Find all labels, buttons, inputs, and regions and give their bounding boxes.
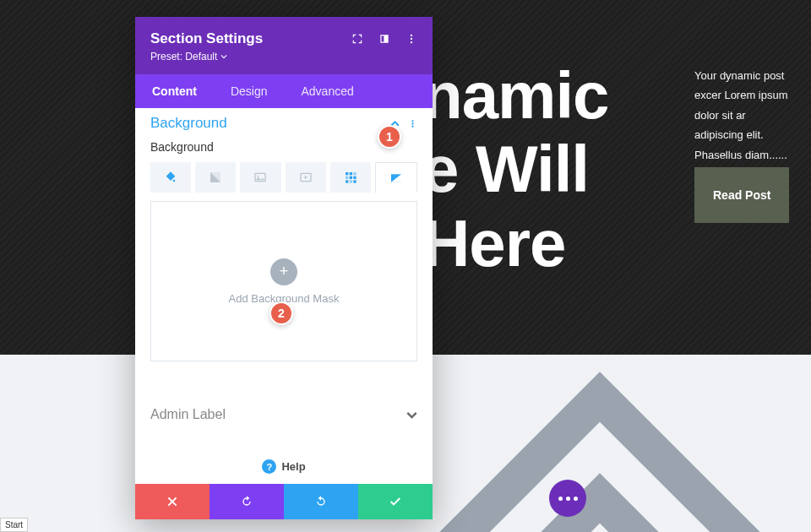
callout-badge-2: 2 <box>269 301 293 325</box>
svg-point-4 <box>411 122 413 124</box>
chevron-down-icon <box>406 410 417 421</box>
bg-tab-color[interactable] <box>150 162 191 193</box>
add-mask-button[interactable]: + <box>270 258 297 285</box>
svg-point-0 <box>411 35 412 36</box>
image-icon <box>253 171 267 184</box>
decorative-stripes <box>422 355 811 532</box>
tab-advanced[interactable]: Advanced <box>284 74 370 108</box>
redo-icon <box>314 495 328 508</box>
bg-tab-mask[interactable] <box>375 162 417 193</box>
mask-icon <box>389 171 403 185</box>
preset-label: Preset: Default <box>150 51 217 62</box>
section-settings-modal: Section Settings Preset: Default Content… <box>135 17 433 519</box>
hero-title: namic e Will Here <box>422 59 608 280</box>
svg-point-5 <box>411 125 413 127</box>
paint-bucket-icon <box>164 171 177 184</box>
section-title: Background <box>150 115 227 132</box>
background-mask-area[interactable]: + Add Background Mask <box>150 201 417 361</box>
modal-header: Section Settings Preset: Default <box>135 17 433 74</box>
undo-icon <box>240 495 253 508</box>
svg-rect-10 <box>349 172 351 175</box>
start-tag: Start <box>0 518 28 532</box>
modal-footer <box>135 484 433 519</box>
redo-button[interactable] <box>284 484 358 519</box>
svg-rect-9 <box>346 172 348 175</box>
svg-rect-14 <box>353 176 356 179</box>
svg-point-2 <box>411 41 412 43</box>
hero-excerpt: Your dynamic post excer Lorem ipsum dolo… <box>694 66 794 165</box>
help-icon: ? <box>262 459 276 474</box>
background-type-tabs <box>135 162 433 201</box>
expand-icon[interactable] <box>351 33 363 45</box>
more-vert-icon[interactable] <box>408 119 417 128</box>
snap-icon[interactable] <box>378 33 390 45</box>
hero-title-line: e Will <box>422 133 608 206</box>
more-icon[interactable] <box>406 33 417 45</box>
undo-button[interactable] <box>210 484 284 519</box>
preset-dropdown[interactable]: Preset: Default <box>150 51 417 62</box>
svg-point-7 <box>258 176 259 177</box>
help-label: Help <box>281 460 305 473</box>
svg-rect-15 <box>346 180 348 182</box>
close-icon <box>166 495 179 508</box>
tab-content[interactable]: Content <box>135 74 214 111</box>
pattern-icon <box>344 171 357 184</box>
hero-title-line: Here <box>422 207 608 280</box>
modal-title: Section Settings <box>150 30 263 47</box>
admin-label-title: Admin Label <box>150 407 226 422</box>
svg-rect-13 <box>349 176 351 179</box>
dots-icon <box>558 497 578 501</box>
admin-label-section[interactable]: Admin Label <box>135 382 433 437</box>
gradient-icon <box>209 171 222 184</box>
svg-rect-17 <box>353 180 356 182</box>
floating-action-button[interactable] <box>549 480 586 517</box>
save-button[interactable] <box>358 484 433 519</box>
svg-point-1 <box>411 38 412 40</box>
cancel-button[interactable] <box>135 484 210 519</box>
video-icon <box>299 171 313 184</box>
read-post-button[interactable]: Read Post <box>694 167 789 223</box>
svg-rect-16 <box>349 180 351 182</box>
bg-tab-video[interactable] <box>286 162 326 193</box>
check-icon <box>389 495 402 508</box>
svg-rect-11 <box>353 172 356 175</box>
tab-design[interactable]: Design <box>214 74 285 108</box>
modal-body: Background Background <box>135 108 433 449</box>
help-button[interactable]: ? Help <box>135 449 433 484</box>
bg-tab-gradient[interactable] <box>195 162 236 193</box>
chevron-down-icon <box>220 53 227 60</box>
callout-badge-1: 1 <box>378 125 401 149</box>
bg-tab-image[interactable] <box>240 162 280 193</box>
bg-tab-pattern[interactable] <box>330 162 371 193</box>
svg-point-3 <box>411 120 413 122</box>
hero-title-line: namic <box>422 59 608 133</box>
svg-rect-12 <box>346 176 348 179</box>
modal-tabs: Content Design Advanced <box>135 74 433 108</box>
